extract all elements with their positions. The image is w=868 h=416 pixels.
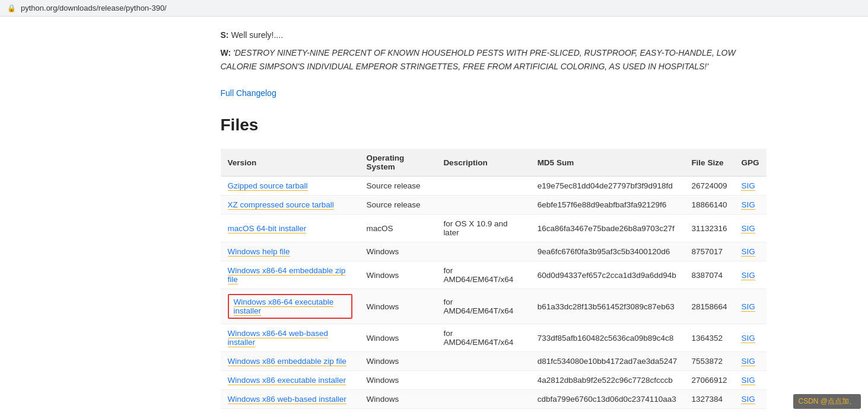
col-description: Description [436, 149, 530, 177]
table-row: Windows x86 embeddable zip fileWindowsd8… [221, 352, 767, 371]
sig-link[interactable]: SIG [741, 334, 755, 343]
sig-link[interactable]: SIG [741, 271, 755, 280]
w-line: W: 'DESTROY NINETY-NINE PERCENT OF KNOWN… [221, 46, 767, 73]
file-link[interactable]: Windows x86 executable installer [228, 376, 346, 385]
cell-filesize: 18866140 [684, 196, 734, 215]
cell-md5: cdbfa799e6760c13d06d0c2374110aa3 [530, 390, 685, 409]
sig-link[interactable]: SIG [741, 376, 755, 385]
cell-gpg: SIG [734, 196, 766, 215]
table-row: XZ compressed source tarballSource relea… [221, 196, 767, 215]
file-link[interactable]: Windows x86-64 executable installer [234, 297, 334, 316]
cell-os: Windows [360, 371, 437, 390]
cell-md5: 60d0d94337ef657c2cca1d3d9a6dd94b [530, 261, 685, 289]
cell-description [436, 371, 530, 390]
cell-filesize: 28158664 [684, 289, 734, 324]
cell-description [436, 196, 530, 215]
cell-description: for AMD64/EM64T/x64 [436, 324, 530, 352]
cell-description: for AMD64/EM64T/x64 [436, 289, 530, 324]
w-label: W: [221, 48, 231, 57]
files-heading: Files [221, 116, 767, 135]
s-text: Well surely!.... [231, 30, 283, 40]
table-row: Windows help fileWindows9ea6fc676f0fa3b9… [221, 242, 767, 261]
cell-gpg: SIG [734, 177, 766, 196]
cell-filesize: 31132316 [684, 215, 734, 242]
sig-link[interactable]: SIG [741, 224, 755, 233]
sig-link[interactable]: SIG [741, 200, 755, 210]
sig-link[interactable]: SIG [741, 302, 755, 312]
cell-version: XZ compressed source tarball [221, 196, 360, 215]
cell-gpg: SIG [734, 215, 766, 242]
url-text: python.org/downloads/release/python-390/ [21, 4, 167, 12]
cell-version: macOS 64-bit installer [221, 215, 360, 242]
table-header: Version Operating System Description MD5… [221, 149, 767, 177]
cell-version: Windows x86 web-based installer [221, 390, 360, 409]
s-line: S: Well surely!.... [221, 28, 767, 41]
sig-link[interactable]: SIG [741, 181, 755, 191]
cell-gpg: SIG [734, 352, 766, 371]
cell-os: Windows [360, 352, 437, 371]
cell-description [436, 390, 530, 409]
file-link[interactable]: Windows x86-64 web-based installer [228, 329, 329, 347]
cell-os: Windows [360, 289, 437, 324]
cell-gpg: SIG [734, 371, 766, 390]
file-link[interactable]: Windows x86-64 embeddable zip file [228, 266, 346, 284]
file-link[interactable]: XZ compressed source tarball [228, 200, 334, 210]
file-link[interactable]: Windows help file [228, 247, 290, 257]
cell-filesize: 26724009 [684, 177, 734, 196]
table-row: Windows x86-64 executable installerWindo… [221, 289, 767, 324]
cell-md5: 733df85afb160482c5636ca09b89c4c8 [530, 324, 685, 352]
cell-os: Windows [360, 242, 437, 261]
cell-os: Source release [360, 177, 437, 196]
cell-filesize: 27066912 [684, 371, 734, 390]
cell-md5: 9ea6fc676f0fa3b95af3c5b3400120d6 [530, 242, 685, 261]
cell-os: Windows [360, 324, 437, 352]
cell-gpg: SIG [734, 324, 766, 352]
page-content: S: Well surely!.... W: 'DESTROY NINETY-N… [78, 17, 790, 416]
cell-os: Windows [360, 390, 437, 409]
cell-version: Windows x86 executable installer [221, 371, 360, 390]
cell-md5: d81fc534080e10bb4172ad7ae3da5247 [530, 352, 685, 371]
cell-version: Windows x86-64 web-based installer [221, 324, 360, 352]
cell-md5: b61a33dc28f13b561452f3089c87eb63 [530, 289, 685, 324]
cell-md5: 16ca86fa3467e75bade26b8a9703c27f [530, 215, 685, 242]
files-table: Version Operating System Description MD5… [221, 149, 767, 409]
lock-icon: 🔒 [7, 4, 16, 12]
cell-version: Windows x86-64 executable installer [221, 289, 360, 324]
cell-md5: e19e75ec81dd04de27797bf3f9d918fd [530, 177, 685, 196]
col-gpg: GPG [734, 149, 766, 177]
changelog-link[interactable]: Full Changelog [221, 88, 767, 98]
cell-md5: 4a2812db8ab9f2e522c96c7728cfcccb [530, 371, 685, 390]
col-md5: MD5 Sum [530, 149, 685, 177]
cell-version: Windows x86 embeddable zip file [221, 352, 360, 371]
sig-link[interactable]: SIG [741, 395, 755, 404]
cell-gpg: SIG [734, 261, 766, 289]
cell-version: Windows help file [221, 242, 360, 261]
cell-filesize: 1327384 [684, 390, 734, 409]
w-text: 'DESTROY NINETY-NINE PERCENT OF KNOWN HO… [221, 48, 736, 71]
sig-link[interactable]: SIG [741, 357, 755, 366]
watermark: CSDN @点点加、 [793, 394, 861, 409]
cell-description [436, 177, 530, 196]
table-row: Windows x86-64 web-based installerWindow… [221, 324, 767, 352]
table-row: Windows x86 executable installerWindows4… [221, 371, 767, 390]
files-section: Files Version Operating System Descripti… [221, 116, 767, 409]
sig-link[interactable]: SIG [741, 247, 755, 257]
cell-filesize: 1364352 [684, 324, 734, 352]
cell-description: for AMD64/EM64T/x64 [436, 261, 530, 289]
address-bar: 🔒 python.org/downloads/release/python-39… [0, 0, 868, 17]
table-row: macOS 64-bit installermacOSfor OS X 10.9… [221, 215, 767, 242]
col-version: Version [221, 149, 360, 177]
cell-gpg: SIG [734, 390, 766, 409]
cell-md5: 6ebfe157f6e88d9eabfbaf3fa92129f6 [530, 196, 685, 215]
file-link[interactable]: macOS 64-bit installer [228, 224, 307, 233]
cell-os: Source release [360, 196, 437, 215]
cell-gpg: SIG [734, 242, 766, 261]
table-row: Windows x86 web-based installerWindowscd… [221, 390, 767, 409]
table-body: Gzipped source tarballSource releasee19e… [221, 177, 767, 409]
cell-description: for OS X 10.9 and later [436, 215, 530, 242]
file-link[interactable]: Windows x86 embeddable zip file [228, 357, 346, 366]
file-link[interactable]: Gzipped source tarball [228, 181, 308, 191]
cell-filesize: 8387074 [684, 261, 734, 289]
table-row: Windows x86-64 embeddable zip fileWindow… [221, 261, 767, 289]
file-link[interactable]: Windows x86 web-based installer [228, 395, 346, 404]
